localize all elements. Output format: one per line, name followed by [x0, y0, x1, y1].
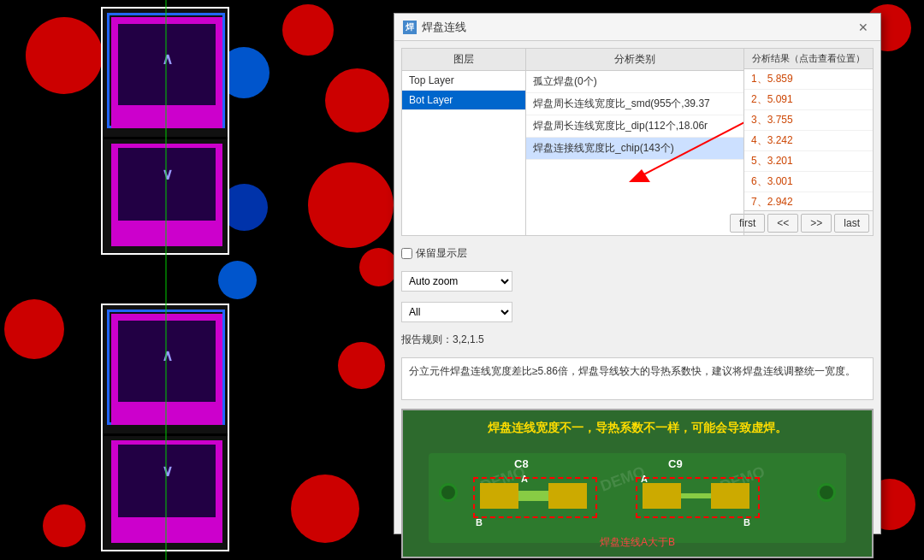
pcb-inner-dark-top: ∧	[118, 24, 216, 105]
controls-row-1: 保留显示层	[401, 243, 874, 264]
dialog-app-icon: 焊	[403, 21, 417, 34]
mounting-hole-left	[439, 483, 458, 502]
dialog-title-bar: 焊 焊盘连线 ✕	[394, 14, 880, 41]
controls-row-rules: 报告规则：3,2,1.5	[401, 329, 874, 351]
label-b-c9: B	[743, 517, 750, 528]
controls-row-zoom: Auto zoom Fit 100%	[401, 268, 874, 295]
pcb-inner-dark-bottom: ∨	[118, 148, 216, 221]
preview-board: DEMO DEMO DEMO C8 C9	[429, 453, 846, 543]
nav-prev-button[interactable]: <<	[767, 214, 798, 233]
description-area: 分立元件焊盘连线宽度差比≥5.86倍，焊盘导线较大的导热系数快，建议将焊盘连线调…	[401, 357, 874, 400]
result-item-2[interactable]: 2、5.091	[744, 90, 873, 110]
layer-list: Top Layer Bot Layer	[402, 71, 525, 235]
layer-item-top[interactable]: Top Layer	[402, 71, 525, 91]
label-b-c8: B	[476, 517, 483, 528]
result-item-6[interactable]: 6、3.001	[744, 172, 873, 192]
red-circle-9	[291, 475, 359, 543]
close-button[interactable]: ✕	[855, 19, 872, 36]
analysis-list: 孤立焊盘(0个) 焊盘周长连线宽度比_smd(955个,39.37 焊盘周长连线…	[526, 71, 743, 235]
layer-column: 图层 Top Layer Bot Layer	[402, 49, 526, 235]
pcb-arrow-down2: ∨	[118, 445, 216, 480]
nav-next-button[interactable]: >>	[801, 214, 832, 233]
red-circle-5	[308, 162, 394, 248]
pcb-arrow-down: ∨	[118, 148, 216, 184]
weld-connection-dialog: 焊 焊盘连线 ✕ 图层 Top Layer Bot Layer 分析类别 孤立焊…	[394, 13, 881, 534]
red-circle-6	[359, 248, 398, 286]
pcb-inner-bot-bot: ∨	[118, 445, 216, 517]
preserve-layer-checkbox[interactable]	[401, 248, 412, 259]
results-column-header: 分析结果（点击查看位置）	[744, 49, 873, 69]
pcb-magenta-bot-top: ∧	[111, 314, 222, 425]
pcb-magenta-bottom: ∨	[111, 144, 222, 246]
description-text: 分立元件焊盘连线宽度差比≥5.86倍，焊盘导线较大的导热系数快，建议将焊盘连线调…	[409, 365, 856, 377]
dialog-content: 图层 Top Layer Bot Layer 分析类别 孤立焊盘(0个) 焊盘周…	[394, 41, 880, 560]
result-item-1[interactable]: 1、5.859	[744, 69, 873, 90]
nav-last-button[interactable]: last	[834, 214, 869, 233]
red-circle-2	[282, 4, 334, 56]
results-column: 分析结果（点击查看位置） 1、5.859 2、5.091 3、3.755 4、3…	[744, 49, 873, 235]
analysis-column-header: 分析类别	[526, 49, 743, 71]
result-item-7[interactable]: 7、2.942	[744, 192, 873, 210]
filter-select[interactable]: All Top Layer Bot Layer	[401, 302, 512, 322]
result-item-5[interactable]: 5、3.201	[744, 151, 873, 172]
results-list: 1、5.859 2、5.091 3、3.755 4、3.242 5、3.201 …	[744, 69, 873, 210]
pcb-arrow-up2: ∧	[118, 321, 216, 365]
layer-item-bot[interactable]: Bot Layer	[402, 91, 525, 110]
analysis-item-3[interactable]: 焊盘周长连线宽度比_dip(112个,18.06r	[526, 115, 743, 138]
dialog-title-text: 焊盘连线	[422, 20, 466, 35]
red-circle-7	[4, 299, 64, 359]
red-dash-c9	[636, 477, 760, 518]
preview-bottom-text: 焊盘连线A大于B	[403, 535, 872, 550]
rules-text: 报告规则：3,2,1.5	[401, 333, 484, 347]
results-nav-row: first << >> last	[744, 210, 873, 235]
comp-c8-label: C8	[514, 457, 529, 470]
red-circle-10	[43, 504, 86, 547]
dialog-icon-text: 焊	[406, 21, 414, 33]
red-dash-c8	[473, 477, 597, 518]
layer-column-header: 图层	[402, 49, 525, 71]
pcb-magenta-bot-bot: ∨	[111, 440, 222, 543]
preserve-layer-label[interactable]: 保留显示层	[401, 246, 467, 261]
green-vertical-line	[165, 0, 167, 560]
mounting-hole-right	[817, 483, 836, 502]
red-circle-3	[325, 68, 389, 133]
comp-c9-label: C9	[668, 457, 683, 470]
red-circle-1	[26, 17, 103, 94]
dialog-title-left: 焊 焊盘连线	[403, 20, 466, 35]
zoom-select[interactable]: Auto zoom Fit 100%	[401, 271, 512, 292]
pcb-preview: 焊盘连线宽度不一，导热系数不一样，可能会导致虚焊。 DEMO DEMO DEMO…	[401, 409, 874, 558]
pcb-arrow-up: ∧	[118, 24, 216, 68]
preview-warning-text: 焊盘连线宽度不一，导热系数不一样，可能会导致虚焊。	[403, 421, 872, 436]
result-item-4[interactable]: 4、3.242	[744, 131, 873, 151]
svg-marker-1	[629, 169, 650, 182]
analysis-item-2[interactable]: 焊盘周长连线宽度比_smd(955个,39.37	[526, 93, 743, 115]
analysis-table: 图层 Top Layer Bot Layer 分析类别 孤立焊盘(0个) 焊盘周…	[401, 48, 874, 236]
red-circle-8	[338, 342, 385, 389]
blue-circle-2	[218, 261, 257, 299]
controls-section: 保留显示层 Auto zoom Fit 100% All Top Layer B…	[401, 241, 874, 352]
controls-row-filter: All Top Layer Bot Layer	[401, 298, 874, 326]
analysis-item-1[interactable]: 孤立焊盘(0个)	[526, 71, 743, 93]
pcb-inner-bot-top: ∧	[118, 321, 216, 402]
pcb-magenta-top: ∧	[111, 17, 222, 128]
analysis-column: 分析类别 孤立焊盘(0个) 焊盘周长连线宽度比_smd(955个,39.37 焊…	[526, 49, 744, 235]
result-item-3[interactable]: 3、3.755	[744, 110, 873, 131]
analysis-item-4[interactable]: 焊盘连接线宽度比_chip(143个)	[526, 138, 743, 160]
preserve-layer-text: 保留显示层	[416, 246, 467, 261]
